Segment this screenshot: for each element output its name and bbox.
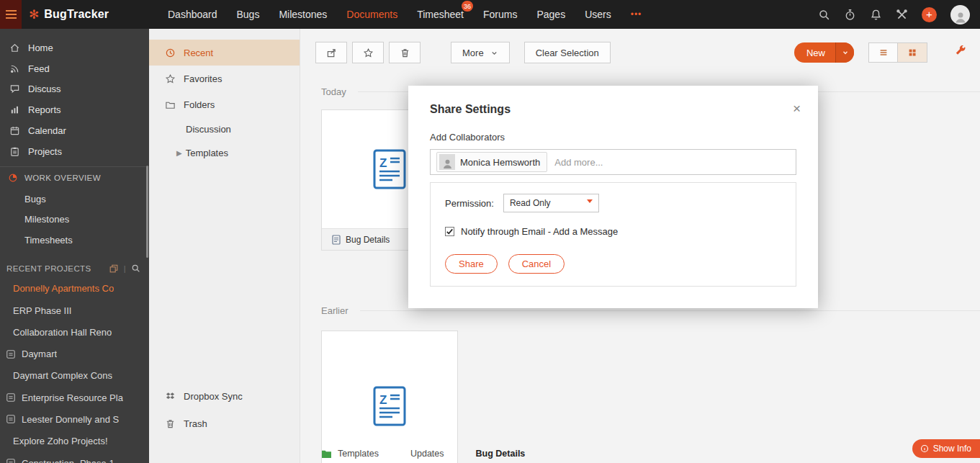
nav-dashboard[interactable]: Dashboard — [168, 9, 217, 20]
trash-label: Trash — [184, 418, 207, 429]
nav-timesheet[interactable]: Timesheet36 — [417, 9, 464, 20]
folder-item-templates[interactable]: ▶ Templates — [149, 141, 300, 165]
clear-selection-button[interactable]: Clear Selection — [524, 42, 611, 63]
collaborator-chip[interactable]: Monica Hemsworth — [436, 152, 547, 172]
sidebar-item-projects[interactable]: Projects — [0, 141, 149, 162]
sidebar-item-wo-bugs[interactable]: Bugs — [0, 189, 149, 210]
add-more-input[interactable] — [554, 157, 790, 168]
folder-item-discussion[interactable]: Discussion — [149, 117, 300, 141]
delete-button[interactable] — [389, 42, 421, 63]
hamburger-menu-icon[interactable] — [0, 0, 22, 29]
project-item[interactable]: Explore Zoho Projects! — [0, 431, 149, 452]
share-submit-button[interactable]: Share — [445, 254, 498, 274]
docs-filter-label: Favorites — [184, 73, 222, 84]
sidebar-item-home[interactable]: Home — [0, 37, 149, 58]
sidebar-item-wo-timesheets[interactable]: Timesheets — [0, 230, 149, 251]
close-icon[interactable]: × — [793, 102, 801, 115]
chat-bubble-icon — [9, 84, 20, 94]
work-overview-title: WORK OVERVIEW — [24, 174, 101, 182]
new-split-button[interactable]: New — [794, 42, 854, 63]
bottom-tabs: Templates Updates Bug Details — [321, 445, 525, 462]
settings-wrench-button[interactable] — [954, 45, 967, 60]
sidebar-item-discuss[interactable]: Discuss — [0, 79, 149, 100]
recent-projects-title: RECENT PROJECTS — [6, 264, 109, 273]
nav-milestones[interactable]: Milestones — [279, 9, 327, 20]
app-root: ✻ BugTracker Dashboard Bugs Milestones D… — [0, 0, 980, 463]
project-item[interactable]: Enterprise Resource Pla — [0, 387, 149, 408]
grid-icon — [907, 48, 917, 58]
svg-text:Z: Z — [379, 156, 387, 170]
timer-icon[interactable] — [844, 9, 856, 21]
more-dropdown[interactable]: More — [451, 42, 510, 63]
trash-item[interactable]: Trash — [149, 410, 300, 437]
tools-icon[interactable] — [896, 9, 908, 21]
nav-pages[interactable]: Pages — [536, 9, 565, 20]
share-button[interactable] — [315, 42, 347, 63]
sidebar-item-feed[interactable]: Feed — [0, 58, 149, 79]
svg-text:Z: Z — [379, 393, 387, 407]
docs-filter-recent[interactable]: Recent — [149, 40, 300, 66]
document-card-earlier[interactable]: Z — [321, 331, 458, 463]
calendar-icon — [9, 125, 20, 136]
notify-label: Notify through Email - Add a Message — [461, 226, 618, 237]
nav-forums[interactable]: Forums — [483, 9, 517, 20]
project-item[interactable]: Daymart Complex Cons — [0, 365, 149, 387]
new-button-label: New — [794, 48, 835, 58]
tab-label: Updates — [410, 449, 444, 459]
project-item[interactable]: ERP Phase III — [0, 300, 149, 321]
collaborator-avatar — [439, 154, 455, 170]
show-info-button[interactable]: Show Info — [912, 439, 980, 458]
nav-more-icon[interactable]: ••• — [631, 9, 642, 19]
notify-row[interactable]: Notify through Email - Add a Message — [445, 226, 781, 237]
add-new-button[interactable]: + — [922, 7, 937, 22]
zoho-logo-icon: ✻ — [29, 9, 39, 21]
tab-bug-details[interactable]: Bug Details — [476, 449, 526, 459]
sidebar-item-wo-milestones[interactable]: Milestones — [0, 209, 149, 230]
permission-label: Permission: — [445, 198, 494, 209]
divider: | — [124, 264, 126, 273]
check-icon — [446, 228, 454, 235]
project-item[interactable]: Daymart — [0, 343, 149, 364]
permission-select[interactable]: Read Only — [503, 194, 599, 212]
favorite-button[interactable] — [352, 42, 384, 63]
nav-documents[interactable]: Documents — [346, 9, 397, 20]
sidebar-item-label: Reports — [28, 104, 61, 115]
user-avatar[interactable] — [950, 5, 970, 24]
work-overview-header[interactable]: WORK OVERVIEW — [0, 167, 149, 189]
notifications-bell-icon[interactable] — [870, 9, 882, 21]
dialog-title: Share Settings — [430, 103, 796, 116]
search-icon[interactable] — [818, 9, 830, 21]
star-icon — [363, 48, 374, 58]
tab-templates[interactable]: Templates — [321, 449, 379, 459]
person-icon — [953, 10, 968, 24]
cancel-button[interactable]: Cancel — [508, 254, 565, 274]
more-label: More — [462, 48, 484, 58]
chevron-right-icon: ▶ — [176, 149, 182, 157]
brand[interactable]: ✻ BugTracker — [22, 0, 149, 29]
project-item[interactable]: Collaboration Hall Reno — [0, 321, 149, 343]
collaborator-name: Monica Hemsworth — [460, 157, 540, 168]
new-dropdown-caret[interactable] — [835, 42, 854, 63]
docs-panel-bottom: Dropbox Sync Trash — [149, 382, 300, 437]
project-item[interactable]: Construction- Phase 1 — [0, 452, 149, 463]
project-item[interactable]: Donnelly Apartments Co — [0, 278, 149, 300]
star-icon — [165, 73, 176, 84]
project-item[interactable]: Leester Donnelly and S — [0, 408, 149, 430]
layers-icon[interactable] — [109, 264, 119, 274]
project-icon — [6, 392, 16, 403]
notify-checkbox[interactable] — [445, 227, 454, 236]
list-view-button[interactable] — [868, 42, 898, 63]
sidebar-scrollbar[interactable] — [146, 166, 148, 258]
nav-bugs[interactable]: Bugs — [237, 9, 260, 20]
nav-users[interactable]: Users — [585, 9, 611, 20]
sidebar-item-calendar[interactable]: Calendar — [0, 120, 149, 141]
tab-updates[interactable]: Updates — [410, 449, 444, 459]
project-search-icon[interactable] — [131, 264, 140, 273]
dropbox-sync-item[interactable]: Dropbox Sync — [149, 382, 300, 410]
docs-filter-folders[interactable]: Folders — [149, 91, 300, 117]
grid-view-button[interactable] — [898, 42, 927, 63]
collaborators-input[interactable]: Monica Hemsworth — [430, 149, 796, 175]
docs-filter-favorites[interactable]: Favorites — [149, 66, 300, 91]
sidebar-item-reports[interactable]: Reports — [0, 99, 149, 120]
document-icon — [332, 235, 341, 245]
